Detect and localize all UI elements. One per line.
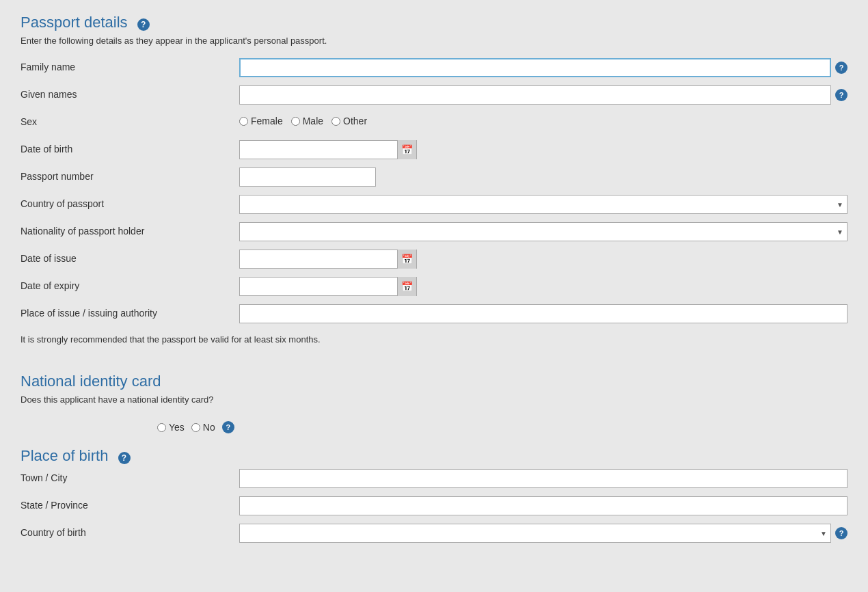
country-of-passport-label: Country of passport — [21, 195, 239, 209]
town-city-input[interactable] — [239, 469, 847, 488]
given-names-input[interactable] — [239, 85, 831, 105]
family-name-help-icon[interactable]: ? — [835, 62, 847, 74]
date-of-issue-label: Date of issue — [21, 250, 239, 264]
sex-female-label: Female — [251, 116, 283, 126]
given-names-row: Given names ? — [21, 85, 847, 106]
nationality-control — [239, 222, 847, 241]
state-province-input[interactable] — [239, 496, 847, 515]
national-id-no-option[interactable]: No — [191, 422, 215, 433]
date-of-issue-row: Date of issue 📅 — [21, 250, 847, 270]
given-names-control: ? — [239, 85, 847, 105]
national-id-yes-option[interactable]: Yes — [157, 422, 185, 433]
country-of-birth-select-wrap — [239, 524, 831, 543]
place-of-issue-input[interactable] — [239, 304, 847, 323]
national-id-yes-radio[interactable] — [157, 423, 166, 432]
state-province-control — [239, 496, 847, 515]
sex-female-radio[interactable] — [239, 117, 248, 126]
sex-other-label: Other — [343, 116, 367, 126]
date-of-expiry-label: Date of expiry — [21, 277, 239, 291]
passport-note: It is strongly recommended that the pass… — [21, 334, 321, 345]
country-of-birth-help-icon[interactable]: ? — [835, 527, 847, 539]
country-of-passport-control — [239, 195, 847, 214]
passport-note-row: It is strongly recommended that the pass… — [21, 332, 847, 352]
country-of-birth-control: ? — [239, 524, 847, 543]
country-of-passport-select[interactable] — [239, 195, 847, 214]
nationality-label: Nationality of passport holder — [21, 222, 239, 237]
nationality-select-wrap — [239, 222, 847, 241]
national-id-yes-label: Yes — [169, 422, 185, 433]
national-id-no-label: No — [203, 422, 215, 433]
place-of-issue-control — [239, 304, 847, 323]
date-of-expiry-wrap: 📅 — [239, 277, 417, 296]
passport-number-input[interactable] — [239, 167, 376, 187]
state-province-label: State / Province — [21, 496, 239, 511]
given-names-label: Given names — [21, 85, 239, 100]
sex-male-label: Male — [303, 116, 323, 126]
family-name-label: Family name — [21, 58, 239, 72]
date-of-expiry-control: 📅 — [239, 277, 847, 296]
passport-number-label: Passport number — [21, 167, 239, 182]
date-of-expiry-calendar-button[interactable]: 📅 — [397, 277, 416, 296]
national-id-no-radio[interactable] — [191, 423, 200, 432]
date-of-issue-control: 📅 — [239, 250, 847, 269]
date-of-issue-calendar-button[interactable]: 📅 — [397, 250, 416, 269]
country-of-birth-label: Country of birth — [21, 524, 239, 538]
sex-radio-group: Female Male Other — [239, 113, 367, 126]
nationality-row: Nationality of passport holder — [21, 222, 847, 243]
family-name-input[interactable] — [239, 58, 831, 77]
state-province-row: State / Province — [21, 496, 847, 517]
dob-row: Date of birth 📅 — [21, 140, 847, 161]
date-of-expiry-row: Date of expiry 📅 — [21, 277, 847, 297]
place-of-issue-label: Place of issue / issuing authority — [21, 304, 239, 319]
nationality-select[interactable] — [239, 222, 847, 241]
place-of-birth-help-icon[interactable]: ? — [118, 452, 131, 464]
date-of-issue-input[interactable] — [240, 250, 397, 268]
sex-male-option[interactable]: Male — [291, 116, 323, 126]
given-names-help-icon[interactable]: ? — [835, 89, 847, 101]
passport-details-title: Passport details ? — [21, 14, 847, 31]
sex-control: Female Male Other — [239, 113, 847, 126]
passport-details-section: Passport details ? Enter the following d… — [21, 14, 847, 352]
dob-input[interactable] — [240, 141, 397, 159]
sex-female-option[interactable]: Female — [239, 116, 283, 126]
place-of-issue-row: Place of issue / issuing authority — [21, 304, 847, 325]
national-id-help-icon[interactable]: ? — [222, 421, 234, 433]
family-name-control: ? — [239, 58, 847, 77]
dob-date-wrap: 📅 — [239, 140, 417, 159]
country-of-passport-row: Country of passport — [21, 195, 847, 215]
passport-number-control — [239, 167, 847, 187]
passport-details-help-icon[interactable]: ? — [137, 18, 150, 31]
date-of-expiry-input[interactable] — [240, 278, 397, 295]
dob-label: Date of birth — [21, 140, 239, 154]
dob-control: 📅 — [239, 140, 847, 159]
town-city-control — [239, 469, 847, 488]
town-city-row: Town / City — [21, 469, 847, 489]
passport-details-subtitle: Enter the following details as they appe… — [21, 36, 847, 46]
country-of-passport-select-wrap — [239, 195, 847, 214]
country-of-birth-select[interactable] — [239, 524, 831, 543]
sex-label: Sex — [21, 113, 239, 127]
national-id-section: National identity card Does this applica… — [21, 373, 847, 433]
date-of-issue-wrap: 📅 — [239, 250, 417, 269]
family-name-row: Family name ? — [21, 58, 847, 79]
passport-number-row: Passport number — [21, 167, 847, 188]
place-of-birth-section: Place of birth ? Town / City State / Pro… — [21, 447, 847, 544]
country-of-birth-row: Country of birth ? — [21, 524, 847, 544]
national-id-options: Yes No ? — [21, 417, 847, 433]
town-city-label: Town / City — [21, 469, 239, 483]
sex-other-radio[interactable] — [331, 117, 340, 126]
national-id-title: National identity card — [21, 373, 847, 390]
sex-male-radio[interactable] — [291, 117, 300, 126]
dob-calendar-button[interactable]: 📅 — [397, 140, 416, 159]
sex-other-option[interactable]: Other — [331, 116, 367, 126]
national-id-question: Does this applicant have a national iden… — [21, 394, 847, 405]
sex-row: Sex Female Male Other — [21, 113, 847, 133]
place-of-birth-title: Place of birth ? — [21, 447, 847, 465]
